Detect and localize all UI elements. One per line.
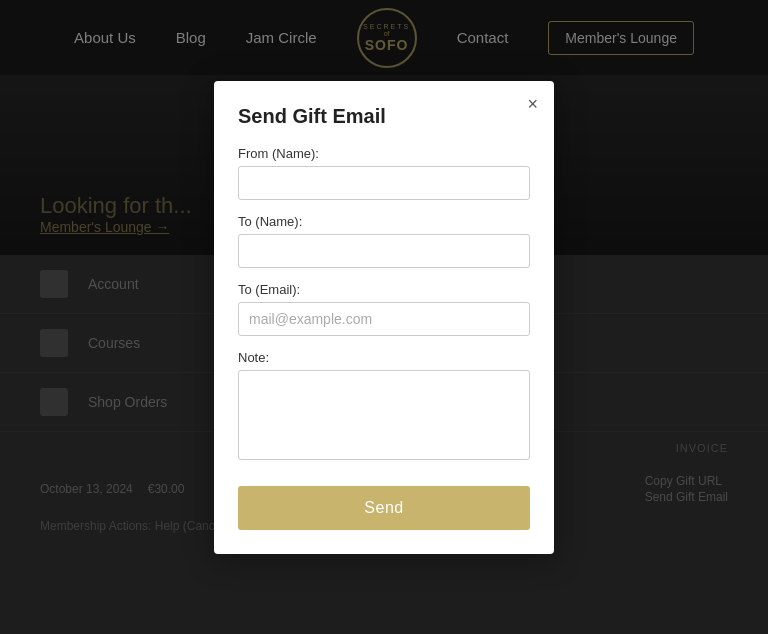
to-name-group: To (Name): (238, 214, 530, 268)
from-name-label: From (Name): (238, 146, 530, 161)
note-label: Note: (238, 350, 530, 365)
to-name-label: To (Name): (238, 214, 530, 229)
modal-overlay: × Send Gift Email From (Name): To (Name)… (0, 0, 768, 634)
to-email-group: To (Email): (238, 282, 530, 336)
to-name-input[interactable] (238, 234, 530, 268)
modal-close-button[interactable]: × (527, 95, 538, 113)
from-name-input[interactable] (238, 166, 530, 200)
send-button[interactable]: Send (238, 486, 530, 530)
modal-title: Send Gift Email (238, 105, 530, 128)
note-textarea[interactable] (238, 370, 530, 460)
send-gift-email-modal: × Send Gift Email From (Name): To (Name)… (214, 81, 554, 554)
to-email-input[interactable] (238, 302, 530, 336)
page-background: About Us Blog Jam Circle SECRETS of SOFO… (0, 0, 768, 634)
from-name-group: From (Name): (238, 146, 530, 200)
to-email-label: To (Email): (238, 282, 530, 297)
note-group: Note: (238, 350, 530, 464)
